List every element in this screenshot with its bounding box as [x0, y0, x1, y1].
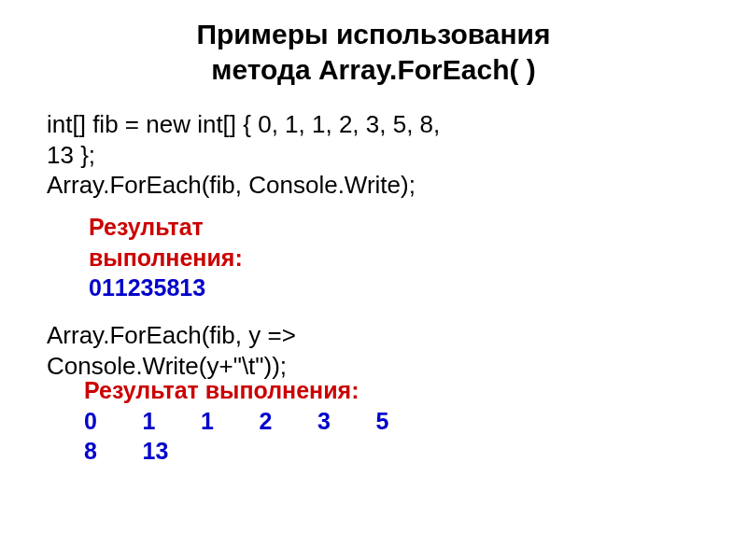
result2-output-line2: 8 13: [84, 438, 168, 464]
code-example-2: Array.ForEach(fib, y => Console.Write(y+…: [47, 320, 296, 381]
title-line-2: метода Array.ForEach( ): [211, 54, 536, 85]
code-example-1: int[] fib = new int[] { 0, 1, 1, 2, 3, 5…: [47, 109, 700, 201]
result1-label-line2: выполнения:: [89, 245, 243, 271]
code2-line1: Array.ForEach(fib, y =>: [47, 320, 296, 351]
slide-title: Примеры использования метода Array.ForEa…: [47, 17, 700, 87]
result-block-1: Результат выполнения: 011235813: [89, 212, 243, 303]
result1-label-line1: Результат: [89, 214, 204, 240]
code1-line1: int[] fib = new int[] { 0, 1, 1, 2, 3, 5…: [47, 109, 700, 140]
result2-label: Результат выполнения:: [84, 375, 389, 406]
code1-line2: 13 };: [47, 140, 700, 171]
result2-output: 0 1 1 2 3 5 8 13: [84, 406, 389, 467]
result1-label: Результат выполнения:: [89, 212, 243, 273]
slide-content: Примеры использования метода Array.ForEa…: [0, 0, 747, 560]
title-line-1: Примеры использования: [196, 19, 550, 49]
result-block-2: Результат выполнения: 0 1 1 2 3 5 8 13: [84, 375, 389, 467]
code1-line3: Array.ForEach(fib, Console.Write);: [47, 170, 700, 201]
result2-output-line1: 0 1 1 2 3 5: [84, 408, 389, 434]
result1-output: 011235813: [89, 273, 243, 303]
